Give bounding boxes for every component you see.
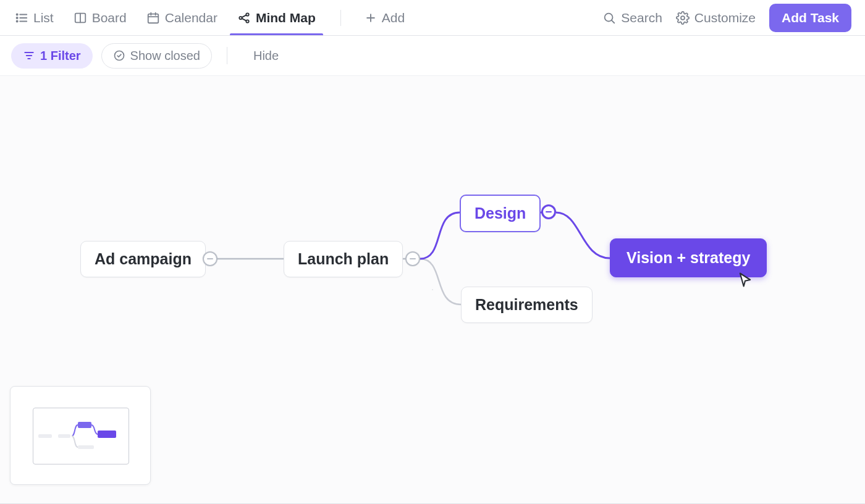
node-launch-plan[interactable]: Launch plan — [284, 241, 403, 277]
customize-button[interactable]: Customize — [676, 10, 756, 25]
show-closed-label: Show closed — [130, 49, 200, 63]
collapse-toggle[interactable] — [203, 251, 217, 266]
minus-icon — [546, 211, 552, 213]
svg-point-0 — [17, 14, 18, 15]
node-label: Requirements — [475, 296, 578, 313]
svg-rect-8 — [148, 14, 158, 23]
minus-icon — [410, 258, 416, 260]
svg-line-18 — [612, 20, 614, 22]
tab-mind-map-label: Mind Map — [256, 10, 316, 25]
show-closed-pill[interactable]: Show closed — [101, 43, 212, 69]
tab-list[interactable]: List — [14, 1, 55, 35]
node-label: Ad campaign — [95, 250, 192, 267]
svg-point-2 — [17, 17, 18, 18]
minus-icon — [207, 258, 213, 260]
tab-calendar-label: Calendar — [165, 10, 217, 25]
filter-bar: 1 Filter Show closed Hide — [0, 36, 865, 75]
node-label: Launch plan — [298, 250, 389, 267]
minimap[interactable] — [10, 386, 151, 485]
svg-point-4 — [17, 20, 18, 22]
hide-button[interactable]: Hide — [253, 49, 279, 63]
view-tabs: List Board Calendar — [14, 1, 405, 35]
add-task-label: Add Task — [782, 10, 839, 25]
add-view-label: Add — [382, 10, 405, 25]
search-icon — [602, 11, 616, 25]
tab-calendar[interactable]: Calendar — [145, 1, 219, 35]
svg-point-19 — [681, 16, 685, 20]
filter-pill[interactable]: 1 Filter — [11, 43, 93, 69]
node-label: Design — [475, 204, 526, 222]
check-circle-icon — [113, 49, 125, 62]
node-vision-strategy[interactable]: Vision + strategy — [610, 238, 767, 277]
add-task-button[interactable]: Add Task — [769, 4, 851, 32]
tab-board-label: Board — [92, 10, 127, 25]
collapse-toggle[interactable] — [405, 251, 420, 266]
minimap-viewport[interactable] — [33, 408, 129, 464]
search-button[interactable]: Search — [602, 10, 662, 25]
collapse-toggle[interactable] — [541, 204, 556, 219]
customize-label: Customize — [694, 10, 756, 25]
gear-icon — [676, 11, 690, 25]
tab-board[interactable]: Board — [72, 1, 128, 35]
node-design[interactable]: Design — [460, 195, 541, 232]
tab-list-label: List — [33, 10, 54, 25]
node-label: Vision + strategy — [627, 249, 750, 266]
add-view-button[interactable]: Add — [365, 10, 405, 25]
filter-count-label: 1 Filter — [40, 49, 81, 63]
minimap-connectors — [33, 408, 130, 465]
topbar-right: Search Customize Add Task — [602, 4, 851, 32]
board-icon — [74, 11, 87, 25]
list-icon — [15, 11, 28, 25]
calendar-icon — [146, 11, 160, 25]
search-label: Search — [621, 10, 662, 25]
filter-icon — [23, 49, 35, 62]
mind-map-icon — [237, 11, 251, 25]
mind-map-canvas[interactable]: Ad campaign Launch plan Design Requireme… — [0, 75, 865, 504]
node-requirements[interactable]: Requirements — [461, 287, 593, 323]
divider — [340, 10, 341, 26]
plus-icon — [365, 12, 377, 24]
tab-mind-map[interactable]: Mind Map — [236, 1, 317, 35]
view-tabs-bar: List Board Calendar — [0, 0, 865, 36]
node-ad-campaign[interactable]: Ad campaign — [80, 241, 206, 277]
divider — [227, 47, 227, 64]
